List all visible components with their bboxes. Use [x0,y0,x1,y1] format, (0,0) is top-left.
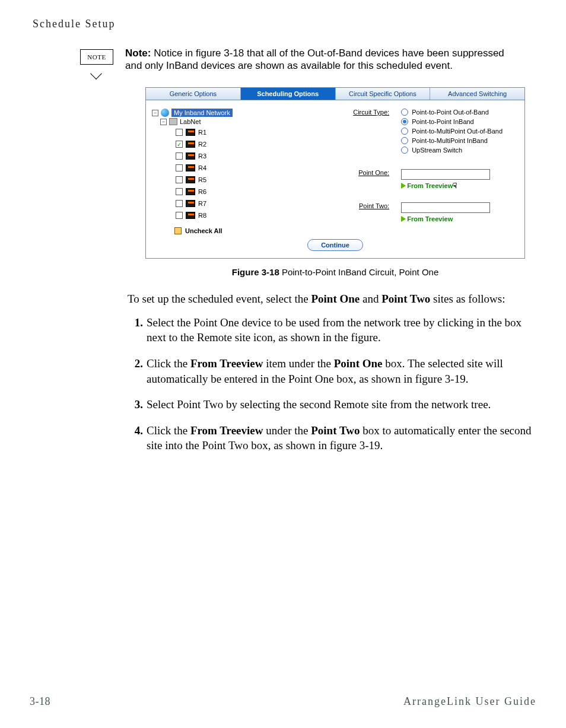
checkbox[interactable] [176,164,183,171]
page-number: 3-18 [30,695,50,708]
tab-advanced-switching[interactable]: Advanced Switching [430,88,524,100]
expand-minus-icon[interactable]: − [152,110,158,116]
note-badge-tail-icon [90,68,102,80]
tree-labnet-row[interactable]: − LabNet [160,118,339,125]
point-one-block: Point One: From Treeview ☟ [345,169,519,189]
panel-body: − My Inband Network − LabNet R1✓R2R3R4R5… [146,100,524,227]
circuit-type-option-label: UpStream Switch [412,147,462,154]
step-number: 4. [128,423,143,453]
step-bold-text: From Treeview [190,424,263,437]
tree-nodes-list: R1✓R2R3R4R5R6R7R8 [176,126,339,221]
circuit-type-option-label: Point-to-MultiPoint InBand [412,137,488,144]
tree-node-label: R3 [198,152,206,160]
intro-pre: To set up the scheduled event, select th… [128,293,311,305]
circuit-type-option-label: Point-to-Point Out-of-Band [412,109,489,116]
tabs-row: Generic Options Scheduling Options Circu… [146,88,524,100]
tree-labnet-label: LabNet [180,118,201,125]
intro-paragraph: To set up the scheduled event, select th… [128,291,536,307]
expand-minus-icon[interactable]: − [160,119,167,125]
tree-node-row[interactable]: R1 [176,126,339,138]
circuit-type-label: Circuit Type: [345,109,389,154]
point-two-block: Point Two: From Treeview [345,202,519,222]
step-number: 3. [128,397,143,412]
note-text: Note: Notice in figure 3-18 that all of … [125,47,505,72]
from-treeview-point-two[interactable]: From Treeview [401,215,490,222]
checkbox[interactable] [176,200,183,207]
circuit-type-radio[interactable]: Point-to-MultiPoint InBand [401,137,503,144]
checkbox[interactable]: ✓ [176,141,183,148]
step-item: 2.Click the From Treeview item under the… [128,356,536,386]
checkbox[interactable] [176,176,183,183]
step-number: 1. [128,315,143,345]
device-icon [186,188,195,195]
radio-dot-icon[interactable] [401,118,408,125]
step-item: 4.Click the From Treeview under the Poin… [128,423,536,453]
step-body: Select Point Two by selecting the second… [147,397,491,412]
checkbox[interactable] [176,152,183,160]
circuit-type-radio[interactable]: Point-to-MultiPoint Out-of-Band [401,128,503,135]
step-text: Select the Point One device to be used f… [147,316,522,344]
point-two-input[interactable] [401,202,490,213]
radio-dot-icon[interactable] [401,147,408,154]
globe-icon [161,109,169,117]
figure-caption-text: Point-to-Point InBand Circuit, Point One [279,267,438,277]
tree-node-row[interactable]: R7 [176,198,339,209]
checkbox[interactable] [176,188,183,195]
circuit-type-radio[interactable]: UpStream Switch [401,147,503,154]
circuit-type-option-label: Point-to-Point InBand [412,118,474,125]
tree-node-label: R6 [198,188,206,195]
tree-node-row[interactable]: R3 [176,150,339,162]
circuit-type-option-label: Point-to-MultiPoint Out-of-Band [412,128,503,135]
tree-node-label: R7 [198,200,206,207]
step-body: Click the From Treeview item under the P… [147,356,536,386]
radio-dot-icon[interactable] [401,109,408,116]
step-text: item under the [263,357,333,370]
uncheck-all-icon[interactable] [174,227,182,234]
circuit-type-radio[interactable]: Point-to-Point Out-of-Band [401,109,503,116]
step-text: under the [263,424,311,437]
tree-node-row[interactable]: ✓R2 [176,138,339,150]
tree-root-row[interactable]: − My Inband Network [152,109,339,117]
tab-circuit-specific-options[interactable]: Circuit Specific Options [336,88,431,100]
tree-node-row[interactable]: R4 [176,162,339,174]
tree-node-label: R8 [198,212,206,219]
circuit-type-radio[interactable]: Point-to-Point InBand [401,118,503,125]
device-icon [186,200,195,207]
intro-post: sites as follows: [430,293,505,305]
point-two-label: Point Two: [345,202,389,222]
device-icon [186,164,195,171]
step-item: 1.Select the Point One device to be used… [128,315,536,345]
step-body: Click the From Treeview under the Point … [147,423,536,453]
tree-node-row[interactable]: R8 [176,209,339,221]
checkbox[interactable] [176,129,183,136]
continue-button[interactable]: Continue [307,239,363,251]
checkbox[interactable] [176,212,183,219]
tree-node-row[interactable]: R6 [176,186,339,198]
intro-b2: Point Two [381,293,430,305]
point-one-input[interactable] [401,169,490,180]
step-text: Click the [147,424,190,437]
page-header-title: Schedule Setup [33,18,536,30]
tab-scheduling-options[interactable]: Scheduling Options [241,88,336,100]
uncheck-all-label[interactable]: Uncheck All [185,227,222,234]
device-icon [186,212,195,219]
radio-dot-icon[interactable] [401,137,408,144]
tree-column: − My Inband Network − LabNet R1✓R2R3R4R5… [152,109,339,222]
page-footer: 3-18 ArrangeLink User Guide [30,695,536,708]
cursor-hand-icon: ☟ [453,182,457,189]
tree-node-label: R4 [198,164,206,171]
figure-screenshot: Generic Options Scheduling Options Circu… [145,87,525,259]
tree-node-label: R2 [198,141,206,148]
note-badge: NOTE [80,49,113,75]
note-block: NOTE Note: Notice in figure 3-18 that al… [80,47,536,75]
step-body: Select the Point One device to be used f… [147,315,536,345]
tree-node-row[interactable]: R5 [176,174,339,186]
from-treeview-point-one[interactable]: From Treeview ☟ [401,182,490,189]
note-badge-label: NOTE [80,49,113,65]
circuit-type-row: Circuit Type: Point-to-Point Out-of-Band… [345,109,519,154]
tab-generic-options[interactable]: Generic Options [146,88,241,100]
radio-dot-icon[interactable] [401,128,408,135]
step-bold-text: From Treeview [190,357,263,370]
intro-mid: and [360,293,381,305]
device-icon [186,152,195,160]
